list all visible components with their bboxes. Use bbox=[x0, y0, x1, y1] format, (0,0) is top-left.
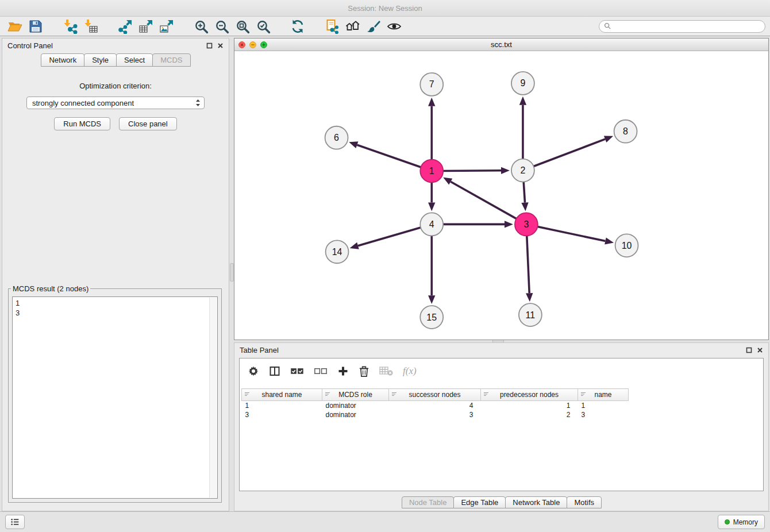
network-window: scc.txt 7968124314101511 bbox=[234, 38, 769, 340]
tab-motifs[interactable]: Motifs bbox=[567, 496, 602, 508]
show-columns-button[interactable] bbox=[269, 365, 280, 377]
table-panel-header: Table Panel bbox=[234, 343, 768, 357]
apply-layout-button[interactable] bbox=[287, 18, 308, 35]
graph-node-11[interactable]: 11 bbox=[519, 303, 542, 326]
style-brush-button[interactable] bbox=[363, 18, 384, 35]
tab-node-table[interactable]: Node Table bbox=[402, 496, 455, 508]
zoom-selected-button[interactable] bbox=[253, 18, 274, 35]
edge-2-3[interactable] bbox=[523, 182, 525, 203]
tab-edge-table[interactable]: Edge Table bbox=[453, 496, 506, 508]
deselect-all-button[interactable] bbox=[314, 367, 328, 376]
function-builder-button[interactable]: f(x) bbox=[403, 365, 417, 377]
graph-node-15[interactable]: 15 bbox=[420, 306, 443, 329]
close-panel-icon[interactable] bbox=[217, 43, 224, 49]
result-scrollbar[interactable] bbox=[209, 298, 217, 498]
save-session-icon bbox=[28, 19, 43, 34]
graph-node-3[interactable]: 3 bbox=[515, 213, 538, 236]
tab-style[interactable]: Style bbox=[84, 53, 117, 67]
delete-column-button[interactable] bbox=[359, 365, 369, 377]
minimize-window-icon[interactable] bbox=[249, 41, 256, 48]
svg-text:2: 2 bbox=[520, 165, 525, 175]
vertical-splitter[interactable] bbox=[230, 263, 234, 282]
export-image-button[interactable] bbox=[156, 18, 177, 35]
edge-3-11[interactable] bbox=[527, 236, 529, 293]
panel-selector-button[interactable] bbox=[5, 515, 25, 529]
network-view[interactable]: 7968124314101511 bbox=[234, 51, 768, 340]
column-header-successor-nodes[interactable]: successor nodes bbox=[389, 389, 481, 401]
table-row[interactable]: 1dominator411 bbox=[242, 401, 629, 411]
zoom-out-button[interactable] bbox=[211, 18, 232, 35]
close-table-panel-icon[interactable] bbox=[757, 347, 763, 353]
select-all-button[interactable] bbox=[290, 367, 304, 376]
import-table-button[interactable] bbox=[80, 18, 101, 35]
svg-text:15: 15 bbox=[426, 313, 437, 322]
search-input[interactable] bbox=[614, 22, 760, 31]
node-table-area: f(x) shared nameMCDS rolesuccessor nodes… bbox=[239, 358, 764, 491]
memory-status-dot bbox=[725, 519, 730, 525]
show-details-button[interactable] bbox=[384, 18, 405, 35]
maximize-window-icon[interactable] bbox=[260, 41, 267, 48]
graph-node-4[interactable]: 4 bbox=[420, 213, 443, 236]
column-header-predecessor-nodes[interactable]: predecessor nodes bbox=[481, 389, 578, 401]
graph-node-8[interactable]: 8 bbox=[614, 120, 637, 143]
close-panel-button[interactable]: Close panel bbox=[119, 117, 177, 130]
graph-node-7[interactable]: 7 bbox=[420, 73, 443, 96]
edge-1-6[interactable] bbox=[357, 145, 421, 167]
overview-button[interactable] bbox=[342, 18, 363, 35]
plus-icon bbox=[337, 365, 349, 377]
add-column-button[interactable] bbox=[337, 365, 349, 377]
graph-node-1[interactable]: 1 bbox=[420, 160, 443, 183]
tab-network[interactable]: Network bbox=[41, 53, 84, 67]
import-network-button[interactable] bbox=[60, 18, 80, 35]
zoom-in-button[interactable] bbox=[191, 18, 211, 35]
column-header-shared-name[interactable]: shared name bbox=[242, 389, 322, 401]
zoom-fit-icon bbox=[235, 19, 250, 34]
delete-table-button[interactable] bbox=[379, 366, 393, 376]
criterion-dropdown[interactable]: strongly connected component bbox=[26, 97, 205, 109]
svg-text:3: 3 bbox=[523, 219, 529, 229]
run-mcds-button[interactable]: Run MCDS bbox=[54, 117, 110, 130]
overview-icon bbox=[345, 19, 360, 34]
tab-network-table[interactable]: Network Table bbox=[505, 496, 567, 508]
float-table-panel-icon[interactable] bbox=[746, 347, 752, 353]
tab-mcds[interactable]: MCDS bbox=[152, 53, 190, 67]
graph-node-9[interactable]: 9 bbox=[511, 72, 534, 95]
mcds-result-item[interactable]: 3 bbox=[16, 308, 214, 318]
open-session-button[interactable] bbox=[5, 18, 25, 35]
mcds-result-item[interactable]: 1 bbox=[16, 298, 214, 308]
zoom-fit-button[interactable] bbox=[232, 18, 253, 35]
edge-arrowhead bbox=[350, 242, 359, 249]
edge-2-8[interactable] bbox=[534, 139, 606, 166]
tab-select[interactable]: Select bbox=[116, 53, 153, 67]
graph-node-2[interactable]: 2 bbox=[511, 159, 534, 182]
search-icon bbox=[604, 22, 611, 30]
save-session-button[interactable] bbox=[25, 18, 46, 35]
export-network-button[interactable] bbox=[115, 18, 136, 35]
memory-button[interactable]: Memory bbox=[718, 515, 765, 529]
column-header-MCDS-role[interactable]: MCDS role bbox=[322, 389, 389, 401]
export-table-button[interactable] bbox=[136, 18, 156, 35]
edge-3-10[interactable] bbox=[537, 227, 605, 241]
column-header-name[interactable]: name bbox=[578, 389, 629, 401]
graph-node-10[interactable]: 10 bbox=[615, 234, 638, 257]
close-window-icon[interactable] bbox=[238, 41, 245, 48]
float-panel-icon[interactable] bbox=[206, 43, 213, 49]
edge-3-1[interactable] bbox=[451, 182, 516, 218]
table-row[interactable]: 3dominator323 bbox=[242, 410, 629, 419]
edge-1-2[interactable] bbox=[443, 171, 501, 171]
window-title: Session: New Session bbox=[348, 4, 422, 13]
new-network-from-selection-button[interactable] bbox=[322, 18, 342, 35]
dropdown-arrows-icon bbox=[195, 98, 201, 107]
control-panel-title: Control Panel bbox=[7, 41, 53, 50]
edge-arrowhead bbox=[505, 221, 513, 228]
graph-node-6[interactable]: 6 bbox=[325, 126, 348, 149]
graph-node-14[interactable]: 14 bbox=[326, 240, 349, 263]
edge-arrowhead bbox=[428, 98, 435, 106]
table-settings-button[interactable] bbox=[248, 365, 259, 377]
edge-4-14[interactable] bbox=[358, 228, 421, 246]
memory-label: Memory bbox=[733, 518, 758, 526]
search-box[interactable] bbox=[599, 20, 765, 33]
network-graph[interactable]: 7968124314101511 bbox=[234, 51, 768, 340]
optimization-criterion-label: Optimization criterion: bbox=[2, 82, 229, 90]
table-panel-title: Table Panel bbox=[240, 346, 279, 354]
